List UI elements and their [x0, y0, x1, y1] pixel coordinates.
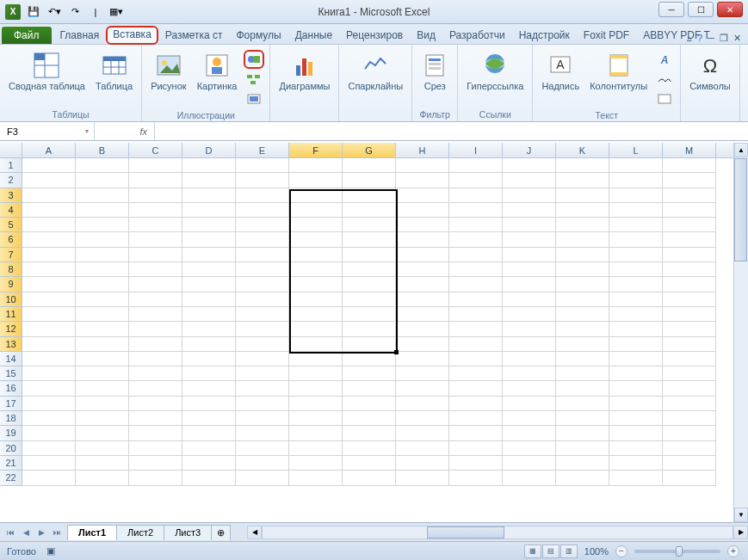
cell-E9[interactable]: [236, 277, 289, 292]
cell-I8[interactable]: [449, 262, 503, 277]
cell-M20[interactable]: [663, 441, 716, 456]
cell-I4[interactable]: [449, 203, 503, 218]
cell-J10[interactable]: [503, 292, 556, 307]
cell-I6[interactable]: [449, 232, 503, 247]
cell-L10[interactable]: [609, 292, 663, 307]
cell-M22[interactable]: [663, 471, 716, 485]
scroll-right-button[interactable]: ▶: [733, 526, 748, 539]
header-footer-button[interactable]: Колонтитулы: [586, 50, 651, 93]
cell-L13[interactable]: [609, 337, 663, 352]
cell-C13[interactable]: [129, 337, 182, 352]
cell-E21[interactable]: [236, 456, 289, 471]
cell-I22[interactable]: [449, 471, 503, 485]
cell-D18[interactable]: [182, 411, 236, 426]
row-header-15[interactable]: 15: [0, 366, 22, 381]
cell-B13[interactable]: [76, 337, 129, 352]
cell-B10[interactable]: [76, 292, 129, 307]
cell-H4[interactable]: [396, 203, 449, 218]
col-header-E[interactable]: E: [236, 143, 289, 157]
cell-A6[interactable]: [22, 232, 76, 247]
cell-H8[interactable]: [396, 262, 449, 277]
row-header-17[interactable]: 17: [0, 397, 22, 411]
cell-J14[interactable]: [503, 352, 556, 366]
cell-K2[interactable]: [556, 173, 609, 188]
cell-E5[interactable]: [236, 218, 289, 232]
cell-J16[interactable]: [503, 381, 556, 396]
formula-input[interactable]: [155, 122, 748, 140]
row-header-21[interactable]: 21: [0, 456, 22, 471]
zoom-level[interactable]: 100%: [584, 546, 609, 557]
cell-C20[interactable]: [129, 441, 182, 456]
vscroll-thumb[interactable]: [734, 158, 747, 262]
cell-J15[interactable]: [503, 366, 556, 381]
cell-I10[interactable]: [449, 292, 503, 307]
cell-M14[interactable]: [663, 352, 716, 366]
object-button[interactable]: [654, 89, 675, 108]
file-tab[interactable]: Файл: [2, 27, 52, 44]
cell-M3[interactable]: [663, 188, 716, 203]
cell-K17[interactable]: [556, 397, 609, 411]
cell-A4[interactable]: [22, 203, 76, 218]
cell-F14[interactable]: [289, 352, 343, 366]
cell-C3[interactable]: [129, 188, 182, 203]
col-header-F[interactable]: F: [289, 143, 343, 157]
row-header-18[interactable]: 18: [0, 411, 22, 426]
cell-J1[interactable]: [503, 158, 556, 173]
cell-G19[interactable]: [343, 426, 396, 440]
cell-A5[interactable]: [22, 218, 76, 232]
cell-E15[interactable]: [236, 366, 289, 381]
row-header-7[interactable]: 7: [0, 248, 22, 262]
cell-G12[interactable]: [343, 322, 396, 336]
row-header-16[interactable]: 16: [0, 381, 22, 396]
ribbon-tab-7[interactable]: Разработчи: [442, 26, 512, 44]
ribbon-tab-0[interactable]: Главная: [53, 26, 107, 44]
cell-E2[interactable]: [236, 173, 289, 188]
cell-A2[interactable]: [22, 173, 76, 188]
cell-F17[interactable]: [289, 397, 343, 411]
cell-M18[interactable]: [663, 411, 716, 426]
ribbon-tab-8[interactable]: Надстройк: [512, 26, 577, 44]
cell-A14[interactable]: [22, 352, 76, 366]
cell-F7[interactable]: [289, 248, 343, 262]
cell-C17[interactable]: [129, 397, 182, 411]
cell-D8[interactable]: [182, 262, 236, 277]
cell-I19[interactable]: [449, 426, 503, 440]
cell-D9[interactable]: [182, 277, 236, 292]
cell-E14[interactable]: [236, 352, 289, 366]
cell-G16[interactable]: [343, 381, 396, 396]
cell-J12[interactable]: [503, 322, 556, 336]
cell-L9[interactable]: [609, 277, 663, 292]
cell-D20[interactable]: [182, 441, 236, 456]
cell-A20[interactable]: [22, 441, 76, 456]
cell-B20[interactable]: [76, 441, 129, 456]
cell-L5[interactable]: [609, 218, 663, 232]
cell-B21[interactable]: [76, 456, 129, 471]
fx-button[interactable]: fx: [95, 122, 155, 140]
cell-I20[interactable]: [449, 441, 503, 456]
cell-B17[interactable]: [76, 397, 129, 411]
cell-K13[interactable]: [556, 337, 609, 352]
cell-A12[interactable]: [22, 322, 76, 336]
cell-K8[interactable]: [556, 262, 609, 277]
screenshot-button[interactable]: [244, 89, 264, 108]
cell-L7[interactable]: [609, 248, 663, 262]
cell-B4[interactable]: [76, 203, 129, 218]
cell-C7[interactable]: [129, 248, 182, 262]
row-header-9[interactable]: 9: [0, 277, 22, 292]
cell-J6[interactable]: [503, 232, 556, 247]
cell-C19[interactable]: [129, 426, 182, 440]
cell-F19[interactable]: [289, 426, 343, 440]
cell-A10[interactable]: [22, 292, 76, 307]
cell-G20[interactable]: [343, 441, 396, 456]
cell-E16[interactable]: [236, 381, 289, 396]
cell-D10[interactable]: [182, 292, 236, 307]
ribbon-tab-9[interactable]: Foxit PDF: [577, 26, 636, 44]
cell-J5[interactable]: [503, 218, 556, 232]
cell-I2[interactable]: [449, 173, 503, 188]
sheet-prev-button[interactable]: ◀: [19, 528, 33, 537]
cell-K16[interactable]: [556, 381, 609, 396]
cell-H14[interactable]: [396, 352, 449, 366]
sheet-last-button[interactable]: ⏭: [50, 528, 64, 537]
ribbon-tab-1[interactable]: Вставка: [106, 26, 158, 45]
cell-D13[interactable]: [182, 337, 236, 352]
